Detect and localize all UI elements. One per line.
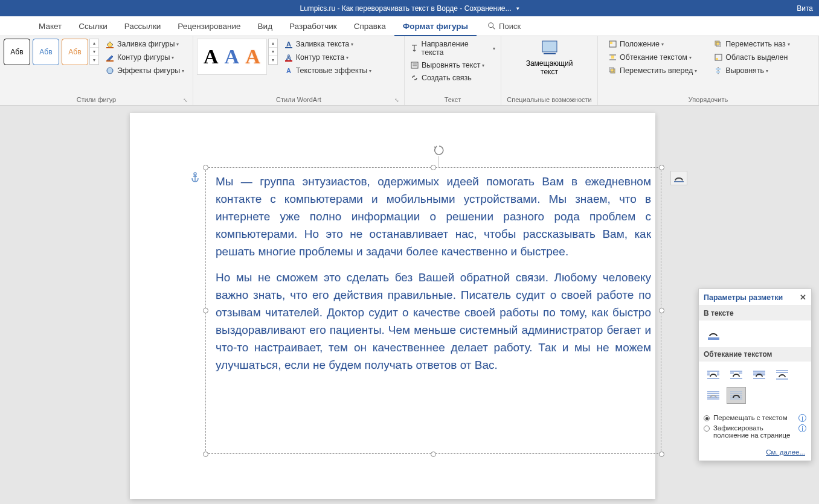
text-effects-button[interactable]: AТекстовые эффекты▾	[283, 65, 374, 76]
align-button[interactable]: Выровнять▾	[712, 65, 792, 76]
text-outline-button[interactable]: AКонтур текста▾	[283, 52, 374, 63]
tab-layout[interactable]: Макет	[30, 16, 70, 36]
text-direction-button[interactable]: Направление текста▾	[408, 39, 497, 58]
text-box[interactable]: Мы — группа энтузиастов, одержимых идеей…	[205, 167, 661, 454]
wrap-text-icon	[608, 53, 617, 62]
text-effects-icon: A	[284, 66, 294, 75]
selection-handle-n[interactable]	[431, 165, 436, 170]
paragraph-1: Мы — группа энтузиастов, одержимых идеей…	[216, 173, 651, 260]
section-wrap: Обтекание текстом	[699, 347, 811, 362]
tab-view[interactable]: Вид	[249, 16, 281, 36]
shape-style-1[interactable]: Абв	[4, 39, 30, 65]
tab-references[interactable]: Ссылки	[70, 16, 116, 36]
svg-rect-13	[542, 41, 557, 52]
svg-rect-3	[106, 60, 114, 62]
svg-rect-25	[716, 58, 718, 60]
layout-pane-title: Параметры разметки	[704, 293, 783, 302]
wordart-scroller[interactable]: ▴▾▾	[268, 39, 278, 65]
wordart-gallery[interactable]: A A A	[197, 39, 267, 75]
selection-handle-ne[interactable]	[659, 165, 664, 170]
tab-mailings[interactable]: Рассылки	[116, 16, 170, 36]
selection-pane-button[interactable]: Область выделен	[712, 52, 792, 63]
wrap-square[interactable]	[704, 366, 723, 383]
wordart-style-1[interactable]: A	[204, 45, 219, 68]
svg-point-4	[107, 68, 113, 74]
create-link-button[interactable]: Создать связь	[408, 72, 497, 83]
bucket-icon	[106, 40, 115, 48]
shape-style-3[interactable]: Абв	[62, 39, 88, 65]
titlebar: Lumpics.ru - Как переворачивать текст в …	[0, 0, 819, 16]
bring-forward-button[interactable]: Переместить вперед▾	[606, 65, 699, 76]
selection-handle-w[interactable]	[203, 308, 208, 313]
tab-help[interactable]: Справка	[345, 16, 394, 36]
svg-rect-22	[715, 41, 719, 45]
wrap-top-bottom[interactable]	[772, 366, 792, 383]
see-more-link[interactable]: См. далее...	[699, 446, 811, 461]
search-icon	[487, 22, 496, 30]
gallery-scroller[interactable]: ▴▾▾	[89, 39, 99, 65]
selection-handle-nw[interactable]	[203, 165, 208, 170]
layout-options-pane: Параметры разметки ✕ В тексте Обтекание …	[698, 289, 812, 461]
align-text-button[interactable]: Выровнять текст▾	[408, 60, 497, 71]
svg-line-1	[493, 27, 495, 30]
effects-icon	[106, 66, 115, 75]
user-name[interactable]: Вита	[797, 4, 813, 13]
page: Мы — группа энтузиастов, одержимых идеей…	[130, 113, 655, 499]
selection-handle-e[interactable]	[659, 308, 664, 313]
svg-rect-17	[611, 56, 614, 59]
gallery-down-icon[interactable]: ▾	[90, 48, 98, 56]
rotate-handle[interactable]	[433, 144, 445, 156]
wordart-style-3[interactable]: A	[245, 45, 260, 68]
svg-text:A: A	[286, 54, 291, 61]
selection-pane-icon	[714, 53, 723, 62]
shape-outline-button[interactable]: Контур фигуры▾	[104, 52, 186, 63]
alt-text-icon	[540, 39, 559, 57]
layout-options-button[interactable]	[670, 171, 687, 185]
shape-style-2[interactable]: Абв	[33, 39, 59, 65]
radio-move-with-text[interactable]: Перемещать с текстомi	[704, 414, 806, 422]
tab-developer[interactable]: Разработчик	[281, 16, 345, 36]
shape-fill-button[interactable]: Заливка фигуры▾	[104, 39, 186, 49]
search-box[interactable]: Поиск	[487, 22, 521, 31]
align-text-icon	[410, 61, 419, 69]
selection-handle-se[interactable]	[659, 451, 664, 457]
selection-handle-sw[interactable]	[203, 451, 208, 457]
tab-review[interactable]: Рецензирование	[169, 16, 249, 36]
alt-text-button[interactable]: Замещающий текст	[522, 39, 577, 76]
gallery-up-icon[interactable]: ▴	[90, 39, 98, 48]
info-icon[interactable]: i	[798, 414, 806, 422]
svg-rect-10	[411, 62, 418, 68]
svg-point-29	[194, 173, 196, 175]
send-backward-button[interactable]: Переместить наз▾	[712, 39, 792, 49]
wrap-in-front[interactable]	[727, 387, 746, 404]
selection-handle-s[interactable]	[431, 451, 436, 457]
svg-rect-27	[716, 68, 721, 70]
shape-style-gallery[interactable]: Абв Абв Абв	[4, 39, 88, 65]
shape-styles-dialog[interactable]: ⤡	[183, 97, 188, 103]
tab-shape-format[interactable]: Формат фигуры	[394, 16, 477, 36]
position-icon	[608, 40, 617, 48]
wrap-tight[interactable]	[727, 366, 746, 383]
group-shape-styles: Абв Абв Абв ▴▾▾ Заливка фигуры▾ Контур ф…	[0, 36, 193, 105]
shape-effects-button[interactable]: Эффекты фигуры▾	[104, 65, 186, 76]
wrap-text-button[interactable]: Обтекание текстом▾	[606, 52, 699, 63]
wordart-dialog[interactable]: ⤡	[394, 97, 399, 103]
close-icon[interactable]: ✕	[800, 293, 806, 302]
text-direction-icon	[410, 44, 419, 53]
document-canvas[interactable]: Мы — группа энтузиастов, одержимых идеей…	[0, 106, 819, 504]
send-backward-icon	[714, 40, 723, 48]
wrap-through[interactable]	[750, 366, 769, 383]
group-text: Направление текста▾ Выровнять текст▾ Соз…	[405, 36, 501, 105]
section-in-text: В тексте	[699, 306, 811, 321]
position-button[interactable]: Положение▾	[606, 39, 699, 49]
radio-fix-position[interactable]: Зафиксировать положение на страницеi	[704, 424, 806, 439]
wordart-style-2[interactable]: A	[225, 45, 240, 68]
group-wordart: A A A ▴▾▾ AЗаливка текста▾ AКонтур текст…	[193, 36, 405, 105]
wrap-behind[interactable]	[704, 387, 723, 404]
info-icon[interactable]: i	[798, 424, 806, 432]
text-fill-button[interactable]: AЗаливка текста▾	[283, 39, 374, 49]
svg-text:A: A	[286, 40, 291, 48]
gallery-more-icon[interactable]: ▾	[90, 56, 98, 65]
wrap-inline[interactable]	[704, 325, 723, 342]
title-dropdown-icon[interactable]: ▾	[516, 5, 519, 11]
